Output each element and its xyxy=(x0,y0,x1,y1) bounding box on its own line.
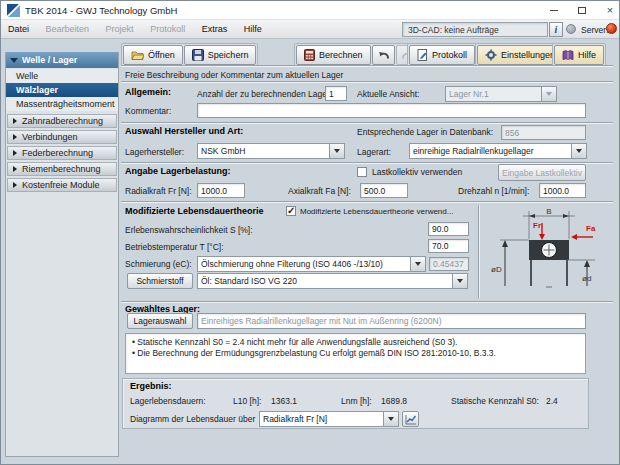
menu-hilfe[interactable]: Hilfe xyxy=(237,20,269,34)
l10-value: 1363.1 xyxy=(271,396,297,406)
schmierstoff-dropdown[interactable]: Öl: Standard ISO VG 220 xyxy=(197,273,468,289)
hinweis-box: • Statische Kennzahl S0 = 2.4 nicht mehr… xyxy=(125,333,586,374)
anzahl-input[interactable]: 1 xyxy=(325,86,347,101)
gewaehltes-lager-value: Einreihiges Radialrillenkugellager mit N… xyxy=(201,316,441,326)
divider xyxy=(121,122,613,124)
menu-bearbeiten: Bearbeiten xyxy=(39,20,97,34)
dim-od-small-label: ød xyxy=(582,274,591,283)
menu-extras[interactable]: Extras xyxy=(195,20,235,34)
lastkollektiv-checkbox[interactable] xyxy=(357,167,367,177)
ec-value-field: 0.45437 xyxy=(429,257,469,271)
radialkraft-label: Radialkraft Fr [N]: xyxy=(125,186,192,196)
drehzahl-label: Drehzahl n [1/min]: xyxy=(458,186,529,196)
chevron-down-icon[interactable] xyxy=(329,144,344,158)
section-lebensdauer-title: Modifizierte Lebensdauertheorie xyxy=(125,206,264,216)
sidebar-item-massentraegheitsmoment[interactable]: Massenträgheitsmoment xyxy=(6,97,118,111)
settings-button[interactable]: Einstellungen xyxy=(477,45,563,65)
temperatur-label: Betriebstemperatur T [°C]: xyxy=(125,242,224,252)
sidebar-item-welle[interactable]: Welle xyxy=(6,69,118,83)
schmierung-label: Schmierung (eC): xyxy=(125,259,192,269)
cad-status-box: 3D-CAD: keine Aufträge xyxy=(402,22,548,37)
radialkraft-value: 1000.0 xyxy=(201,186,227,196)
anzahl-value: 1 xyxy=(329,89,334,99)
sidebar-group-federberechnung[interactable]: Federberechnung xyxy=(7,146,117,160)
divider xyxy=(121,65,613,67)
erlebens-input[interactable]: 90.0 xyxy=(428,222,469,236)
menu-datei[interactable]: Datei xyxy=(1,20,36,34)
undo-button[interactable] xyxy=(372,45,395,65)
kennzahl-label: Statische Kennzahl S0: xyxy=(451,396,539,406)
maximize-button[interactable] xyxy=(569,1,595,20)
dim-b-label: B xyxy=(546,207,551,216)
datenbank-count-field: 856 xyxy=(501,125,586,140)
schmierung-dropdown[interactable]: Ölschmierung ohne Filterung (ISO 4406 -/… xyxy=(197,256,426,272)
hinweis-line: • Die Berechnung der Ermüdungsgrenzbelas… xyxy=(132,348,579,359)
sidebar-group-riemenberechnung[interactable]: Riemenberechnung xyxy=(7,162,117,176)
sidebar-group-zahnradberechnung[interactable]: Zahnradberechnung xyxy=(7,114,117,128)
menubar: Datei Bearbeiten Projekt Protokoll Extra… xyxy=(1,20,619,39)
sidebar-group-label: Verbindungen xyxy=(22,132,78,142)
schmierstoff-button[interactable]: Schmierstoff xyxy=(127,273,193,289)
section-belastung-title: Angabe Lagerbelastung: xyxy=(125,166,231,176)
lagerauswahl-button[interactable]: Lagerauswahl xyxy=(127,313,193,329)
info-button[interactable]: i xyxy=(549,22,563,37)
save-button[interactable]: Speichern xyxy=(184,45,257,65)
help-button-label: Hilfe xyxy=(578,50,596,60)
open-button[interactable]: Öffnen xyxy=(123,45,183,65)
sidebar-item-waelzlager[interactable]: Wälzlager xyxy=(6,83,118,97)
sidebar-group-label: Welle / Lager xyxy=(22,55,77,65)
schmierstoff-button-label: Schmierstoff xyxy=(136,276,183,286)
lebensdauer-verwenden-label: Modifizierte Lebensdauertheorie verwend.… xyxy=(300,207,476,216)
chevron-down-icon[interactable] xyxy=(383,412,398,426)
force-fr-label: Fr xyxy=(533,221,541,230)
lagerart-dropdown[interactable]: einreihige Radialrillenkugellager xyxy=(409,143,587,159)
collapsed-triangle-icon xyxy=(13,182,17,188)
show-diagram-button[interactable] xyxy=(402,411,419,427)
divider xyxy=(121,201,613,203)
chevron-down-icon[interactable] xyxy=(571,144,586,158)
toolbar-file-group: Öffnen Speichern xyxy=(121,43,258,67)
document-icon xyxy=(417,49,428,61)
drehzahl-input[interactable]: 1000.0 xyxy=(539,183,586,198)
eingabe-lastkollektiv-button: Eingabe Lastkollektiv xyxy=(498,164,586,181)
drehzahl-value: 1000.0 xyxy=(543,186,569,196)
diagramm-dropdown[interactable]: Radialkraft Fr [N] xyxy=(259,411,399,427)
hersteller-dropdown[interactable]: NSK GmbH xyxy=(197,143,345,159)
sidebar-group-kostenfreie-module[interactable]: Kostenfreie Module xyxy=(7,178,117,192)
kommentar-input[interactable] xyxy=(197,103,586,118)
sidebar-group-welle-lager[interactable]: Welle / Lager xyxy=(6,52,118,68)
close-button[interactable]: × xyxy=(597,1,620,20)
radialkraft-input[interactable]: 1000.0 xyxy=(197,183,245,198)
minimize-button[interactable] xyxy=(541,1,567,20)
settings-button-label: Einstellungen xyxy=(501,50,555,60)
ec-value: 0.45437 xyxy=(433,259,464,269)
sidebar-item-label: Wälzlager xyxy=(16,85,58,95)
menu-protokoll: Protokoll xyxy=(143,20,192,34)
sidebar-item-label: Massenträgheitsmoment xyxy=(16,99,115,109)
section-ergebnis-title: Ergebnis: xyxy=(130,381,172,391)
chevron-down-icon[interactable] xyxy=(452,274,467,288)
chevron-down-icon[interactable] xyxy=(410,257,425,271)
sidebar-group-verbindungen[interactable]: Verbindungen xyxy=(7,130,117,144)
sidebar-group-label: Zahnradberechnung xyxy=(22,116,103,126)
axialkraft-input[interactable]: 500.0 xyxy=(360,183,408,198)
section-allgemein-title: Allgemein: xyxy=(125,87,171,97)
sidebar-group-label: Riemenberechnung xyxy=(22,164,101,174)
temperatur-input[interactable]: 70.0 xyxy=(428,239,469,253)
maximize-icon xyxy=(578,7,586,14)
anzahl-label: Anzahl der zu berechnenden Lager: xyxy=(197,89,332,99)
diagramm-value: Radialkraft Fr [N] xyxy=(260,412,383,426)
undo-icon xyxy=(377,50,390,61)
window-title: TBK 2014 - GWJ Technology GmbH xyxy=(25,5,177,16)
chevron-down-icon xyxy=(541,87,556,101)
calculator-icon xyxy=(304,49,315,61)
calculate-button[interactable]: Berechnen xyxy=(296,45,371,65)
toolbar-help-group: Hilfe xyxy=(552,43,606,67)
lagerart-value: einreihige Radialrillenkugellager xyxy=(410,144,571,158)
server-status-led xyxy=(606,23,617,34)
protocol-button[interactable]: Protokoll xyxy=(409,45,475,65)
hersteller-value: NSK GmbH xyxy=(198,144,329,158)
help-button[interactable]: Hilfe xyxy=(554,45,604,65)
expanded-triangle-icon xyxy=(10,58,18,63)
lebensdauer-checkbox[interactable] xyxy=(286,206,296,216)
